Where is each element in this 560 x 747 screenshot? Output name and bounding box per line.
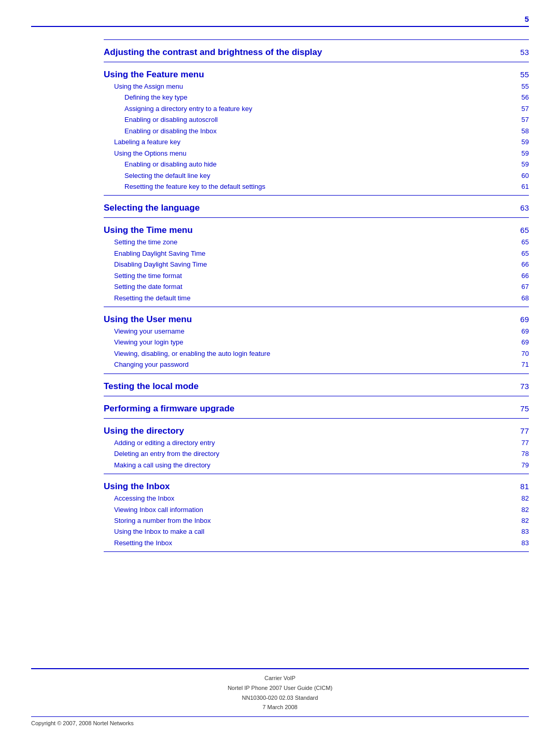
section-title-language: Selecting the language [104, 203, 200, 213]
section-title-adjusting: Adjusting the contrast and brightness of… [104, 47, 322, 58]
section-header-user-menu: Using the User menu69 [104, 310, 529, 326]
section-firmware: Performing a firmware upgrade75 [104, 396, 529, 415]
toc-item-page: 82 [522, 515, 529, 526]
toc-item-text: Adding or editing a directory entry [114, 437, 519, 448]
toc-item-page: 61 [522, 181, 529, 192]
toc-item-page: 66 [522, 270, 529, 281]
footer-rule-bottom [31, 716, 529, 717]
toc-item-inbox-0: Accessing the Inbox82 [104, 493, 529, 504]
toc-item-feature-menu-3: Enabling or disabling autoscroll57 [104, 114, 529, 125]
toc-item-text: Enabling or disabling autoscroll [124, 114, 519, 125]
toc-item-page: 58 [522, 126, 529, 136]
toc-item-text: Deleting an entry from the directory [114, 448, 519, 459]
section-header-directory: Using the directory77 [104, 422, 529, 437]
section-divider-user-menu [104, 307, 529, 307]
toc-item-page: 57 [522, 103, 529, 114]
toc-item-page: 67 [522, 281, 529, 292]
toc-item-page: 59 [522, 136, 529, 147]
toc-item-text: Viewing Inbox call information [114, 504, 519, 515]
top-rule [31, 26, 529, 27]
section-divider-feature-menu [104, 62, 529, 62]
section-divider-local-mode [104, 374, 529, 374]
toc-item-text: Viewing your login type [114, 337, 519, 348]
toc-item-page: 59 [522, 148, 529, 159]
section-header-feature-menu: Using the Feature menu55 [104, 65, 529, 81]
toc-item-text: Resetting the feature key to the default… [124, 181, 519, 192]
toc-item-text: Using the Assign menu [114, 81, 519, 92]
toc-item-page: 83 [522, 526, 529, 537]
toc-content: Adjusting the contrast and brightness of… [104, 36, 529, 555]
toc-item-directory-2: Making a call using the directory79 [104, 460, 529, 471]
section-user-menu: Using the User menu69Viewing your userna… [104, 307, 529, 370]
section-page-local-mode: 73 [513, 382, 529, 391]
section-local-mode: Testing the local mode73 [104, 374, 529, 393]
section-title-time-menu: Using the Time menu [104, 225, 193, 236]
toc-item-time-menu-1: Enabling Daylight Saving Time65 [104, 248, 529, 259]
section-page-firmware: 75 [513, 404, 529, 413]
section-title-directory: Using the directory [104, 426, 184, 436]
toc-item-text: Using the Options menu [114, 148, 519, 159]
toc-item-text: Setting the time zone [114, 237, 519, 247]
section-header-inbox: Using the Inbox81 [104, 477, 529, 493]
toc-item-feature-menu-9: Resetting the feature key to the default… [104, 181, 529, 192]
toc-item-page: 83 [522, 537, 529, 548]
footer-rule-top [31, 668, 529, 669]
section-feature-menu: Using the Feature menu55Using the Assign… [104, 62, 529, 192]
toc-item-page: 60 [522, 170, 529, 181]
section-page-user-menu: 69 [513, 315, 529, 324]
toc-item-time-menu-4: Setting the date format67 [104, 281, 529, 292]
section-page-time-menu: 65 [513, 226, 529, 234]
toc-item-text: Resetting the Inbox [114, 537, 519, 548]
toc-item-text: Enabling or disabling the Inbox [124, 126, 519, 136]
toc-item-text: Storing a number from the Inbox [114, 515, 519, 526]
section-language: Selecting the language63 [104, 195, 529, 214]
toc-item-page: 69 [522, 326, 529, 337]
toc-item-page: 77 [522, 437, 529, 448]
section-header-firmware: Performing a firmware upgrade75 [104, 399, 529, 415]
toc-item-feature-menu-4: Enabling or disabling the Inbox58 [104, 126, 529, 136]
section-adjusting: Adjusting the contrast and brightness of… [104, 39, 529, 59]
toc-item-page: 70 [522, 348, 529, 359]
toc-item-text: Making a call using the directory [114, 460, 519, 471]
toc-item-text: Assigning a directory entry to a feature… [124, 103, 519, 114]
toc-item-text: Disabling Daylight Saving Time [114, 259, 519, 270]
toc-item-page: 59 [522, 159, 529, 170]
toc-item-text: Changing your password [114, 359, 519, 370]
toc-item-page: 82 [522, 504, 529, 515]
toc-item-inbox-4: Resetting the Inbox83 [104, 537, 529, 548]
toc-item-inbox-3: Using the Inbox to make a call83 [104, 526, 529, 537]
toc-item-page: 79 [522, 460, 529, 471]
toc-item-text: Using the Inbox to make a call [114, 526, 519, 537]
section-page-language: 63 [513, 203, 529, 212]
toc-item-page: 57 [522, 114, 529, 125]
section-page-feature-menu: 55 [513, 70, 529, 79]
section-title-feature-menu: Using the Feature menu [104, 70, 204, 80]
section-header-local-mode: Testing the local mode73 [104, 377, 529, 393]
toc-item-page: 65 [522, 248, 529, 259]
footer-copyright: Copyright © 2007, 2008 Nortel Networks [31, 720, 529, 726]
section-header-time-menu: Using the Time menu65 [104, 221, 529, 237]
toc-item-time-menu-0: Setting the time zone65 [104, 237, 529, 247]
toc-item-page: 68 [522, 293, 529, 303]
section-divider-directory [104, 418, 529, 419]
toc-item-inbox-2: Storing a number from the Inbox82 [104, 515, 529, 526]
section-page-directory: 77 [513, 426, 529, 435]
toc-item-feature-menu-6: Using the Options menu59 [104, 148, 529, 159]
section-divider-adjusting [104, 39, 529, 40]
toc-item-text: Defining the key type [124, 92, 519, 103]
toc-item-time-menu-2: Disabling Daylight Saving Time66 [104, 259, 529, 270]
section-divider-language [104, 195, 529, 196]
toc-item-text: Viewing your username [114, 326, 519, 337]
toc-item-text: Enabling or disabling auto hide [124, 159, 519, 170]
toc-item-page: 55 [522, 81, 529, 92]
toc-item-feature-menu-2: Assigning a directory entry to a feature… [104, 103, 529, 114]
toc-item-page: 56 [522, 92, 529, 103]
toc-item-text: Setting the time format [114, 270, 519, 281]
toc-item-page: 69 [522, 337, 529, 348]
toc-item-directory-1: Deleting an entry from the directory78 [104, 448, 529, 459]
toc-item-directory-0: Adding or editing a directory entry77 [104, 437, 529, 448]
toc-item-text: Enabling Daylight Saving Time [114, 248, 519, 259]
section-header-language: Selecting the language63 [104, 199, 529, 214]
toc-item-feature-menu-5: Labeling a feature key59 [104, 136, 529, 147]
footer: Carrier VoIP Nortel IP Phone 2007 User G… [31, 668, 529, 726]
